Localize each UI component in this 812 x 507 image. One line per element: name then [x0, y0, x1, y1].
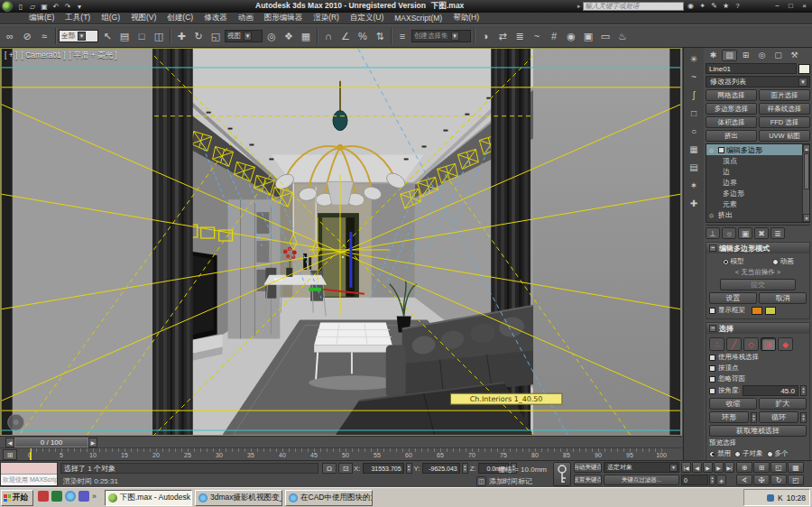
curve-editor-icon[interactable]: ~ [529, 28, 545, 45]
border-subobject-icon[interactable]: ◇ [743, 337, 759, 351]
chevron-down-icon[interactable]: ▼ [244, 32, 252, 41]
rollout-header[interactable]: − 编辑多边形模式 [706, 243, 809, 254]
menu-item[interactable]: 组(G) [96, 13, 125, 23]
modifier-enabled-checkbox[interactable] [718, 147, 724, 153]
spinner-icon[interactable]: ▲▼ [462, 463, 468, 474]
stack-item[interactable]: ☼编辑多边形 [706, 144, 802, 155]
collapse-icon[interactable]: − [709, 325, 716, 332]
make-unique-icon[interactable]: ▣ [738, 227, 752, 239]
spinner-icon[interactable]: ▲▼ [751, 412, 757, 423]
subscription-center-icon[interactable]: ✦ [697, 1, 708, 11]
display-tab-icon[interactable]: ▢ [770, 50, 786, 61]
zoom-icon[interactable]: ⊕ [736, 462, 752, 473]
camera-viewport[interactable]: [ + ] [ Camera01 ] [ 平滑 + 高光 ] [0, 48, 682, 436]
ime-indicator[interactable]: K [778, 493, 783, 502]
set-key-big-button[interactable] [553, 462, 571, 486]
vertex-subobject-icon[interactable]: ∴ [709, 337, 724, 351]
reference-coordinate-combo[interactable]: 视图 ▼ [225, 30, 263, 42]
stack-item[interactable]: 多边形 [706, 188, 802, 198]
door[interactable] [318, 213, 359, 299]
cage-color-swatch[interactable] [752, 307, 762, 315]
zoom-extents-icon[interactable]: ◱ [770, 462, 787, 473]
menu-item[interactable]: 动画 [233, 13, 259, 23]
quick-launch-icon[interactable] [78, 491, 89, 502]
key-filters-button[interactable]: 关键点过滤器... [604, 475, 679, 485]
minimize-button[interactable]: − [771, 1, 783, 11]
create-tab-icon[interactable]: ✱ [706, 50, 721, 61]
spline-icon[interactable]: ʃ [686, 87, 702, 103]
zoom-all-icon[interactable]: ⊞ [753, 462, 770, 473]
rectangular-selection-region-icon[interactable]: □ [134, 28, 150, 45]
menu-item[interactable]: 渲染(R) [308, 13, 345, 23]
taskbar-task-browser-1[interactable]: 3dmax摄影机视图变_百... [195, 490, 282, 506]
spinner-icon[interactable]: ▲▼ [406, 463, 412, 474]
stack-item[interactable]: 边 [706, 166, 802, 177]
maxscript-mini-listener[interactable]: 欢迎使用 MAXScript [0, 462, 58, 486]
radio-model[interactable]: 模型 [723, 257, 744, 266]
move-cross-icon[interactable]: ✚ [686, 195, 702, 211]
rectangle-icon[interactable]: □ [686, 105, 702, 121]
rollout-header[interactable]: − 选择 [706, 323, 809, 334]
edge-subobject-icon[interactable]: ╱ [726, 337, 742, 351]
time-slider-next-icon[interactable]: ▶ [88, 438, 97, 447]
get-stack-selection-button[interactable]: 获取堆栈选择 [709, 425, 807, 437]
previous-frame-icon[interactable]: ◀ [692, 462, 702, 473]
render-production-icon[interactable]: ♨ [614, 28, 631, 45]
menu-item[interactable]: 创建(C) [161, 13, 198, 23]
use-pivot-point-icon[interactable]: ◎ [263, 28, 280, 45]
chevron-down-icon[interactable]: ▼ [451, 32, 459, 41]
named-selection-sets-combo[interactable]: 创建选择集 ▼ [411, 30, 471, 42]
qat-dropdown-icon[interactable]: ▾ [74, 2, 85, 12]
maximize-viewport-icon[interactable]: ◰ [788, 475, 804, 485]
commit-button[interactable]: 提交 [720, 279, 796, 290]
edit-named-selection-sets-icon[interactable]: ≡ [394, 28, 411, 45]
track-bar[interactable]: ⊞ 05101520253035404550556065707580859095… [0, 447, 682, 460]
menu-item[interactable]: 修改器 [198, 13, 233, 23]
remove-modifier-icon[interactable]: ✖ [754, 227, 769, 239]
left-near-wall[interactable] [13, 49, 154, 435]
left-curtain[interactable] [152, 49, 193, 435]
application-menu-button[interactable] [2, 1, 13, 12]
select-object-icon[interactable]: ↖ [99, 28, 115, 45]
select-and-manipulate-icon[interactable]: ❖ [281, 28, 297, 45]
chevron-down-icon[interactable]: ▼ [78, 32, 86, 41]
select-and-scale-icon[interactable]: ◱ [208, 28, 224, 45]
object-color-swatch[interactable] [798, 64, 810, 74]
x-coordinate-field[interactable]: 31553.705 [363, 463, 404, 474]
window-crossing-icon[interactable]: ◫ [151, 28, 167, 45]
stack-item[interactable]: 顶点 [706, 155, 802, 166]
menu-item[interactable]: MAXScript(M) [389, 14, 448, 23]
modify-tab-icon[interactable]: ▧ [722, 50, 737, 61]
ring-button[interactable]: 环形 [709, 411, 749, 423]
time-tag-icon[interactable]: ◫ [476, 476, 486, 486]
go-to-start-icon[interactable]: |◀ [681, 462, 691, 473]
menu-item[interactable]: 工具(T) [60, 13, 96, 23]
angle-snap-icon[interactable]: ∠ [337, 28, 354, 45]
menu-item[interactable]: 帮助(H) [448, 13, 484, 23]
favorites-icon[interactable]: ★ [721, 1, 732, 11]
add-time-tag[interactable]: ◫ 添加时间标记 [476, 476, 532, 486]
stack-scrollbar[interactable]: ▲ ▼ [802, 144, 809, 222]
select-and-move-icon[interactable]: ✚ [173, 28, 189, 45]
camera-viewport-scene[interactable]: Ch.Interiors 1_40.50 [1, 49, 681, 435]
settings-button[interactable]: 设置 [709, 292, 757, 304]
hierarchy-tab-icon[interactable]: ⊞ [738, 50, 753, 61]
current-frame-field[interactable]: 0 [681, 475, 708, 485]
quick-launch-overflow[interactable]: » [92, 492, 97, 501]
material-editor-icon[interactable]: ◉ [563, 28, 579, 45]
infocenter-flyout-icon[interactable]: ▸ [577, 3, 581, 10]
cage-selected-color-swatch[interactable] [765, 307, 776, 315]
taskbar-task-browser-2[interactable]: 在CAD中使用图块的方... [285, 490, 373, 506]
modifier-button[interactable]: 样条线选择 [759, 103, 810, 115]
pan-icon[interactable]: ✠ [753, 475, 770, 485]
macro-recorder-pane[interactable] [1, 463, 57, 475]
selection-filter-combo[interactable]: 全部 ▼ [59, 30, 98, 42]
y-coordinate-field[interactable]: -9625.043 [422, 463, 460, 474]
select-and-link-icon[interactable]: ∞ [2, 28, 18, 45]
time-slider[interactable]: ◀ 0 / 100 ▶ [0, 436, 682, 447]
percent-snap-icon[interactable]: % [355, 28, 371, 45]
listener-pane[interactable]: 欢迎使用 MAXScript [1, 475, 57, 485]
select-by-name-icon[interactable]: ▤ [116, 28, 133, 45]
save-file-icon[interactable]: ▣ [39, 2, 50, 12]
snaps-toggle-icon[interactable]: ∩ [320, 28, 337, 45]
